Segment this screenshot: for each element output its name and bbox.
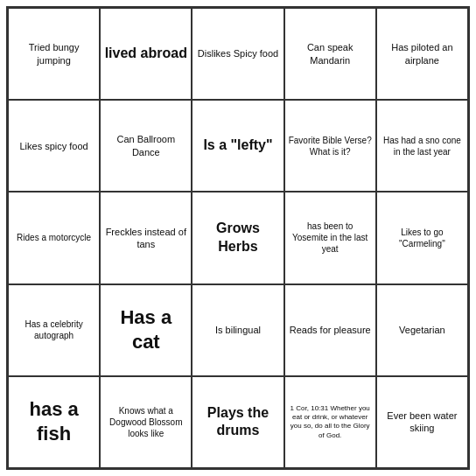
bingo-cell-r4c4: Ever been water skiing (376, 376, 468, 468)
bingo-board: Tried bungy jumpinglived abroadDislikes … (6, 6, 470, 470)
cell-text-r2c2: Grows Herbs (196, 220, 279, 256)
bingo-cell-r3c3: Reads for pleasure (284, 284, 376, 376)
bingo-cell-r2c2: Grows Herbs (192, 192, 284, 284)
cell-text-r2c4: Likes to go "Carmeling" (381, 227, 464, 249)
bingo-cell-r4c1: Knows what a Dogwood Blossom looks like (100, 376, 192, 468)
bingo-cell-r1c3: Favorite Bible Verse? What is it? (284, 100, 376, 192)
cell-text-r1c4: Has had a sno cone in the last year (381, 135, 464, 158)
cell-text-r3c4: Vegetarian (399, 324, 445, 336)
bingo-cell-r3c1: Has a cat (100, 284, 192, 376)
cell-text-r1c2: Is a "lefty" (203, 136, 272, 155)
cell-text-r2c0: Rides a motorcycle (17, 232, 91, 243)
cell-text-r4c3: 1 Cor, 10:31 Whether you eat or drink, o… (289, 404, 372, 441)
cell-text-r0c3: Can speak Mandarin (289, 41, 372, 66)
bingo-cell-r4c2: Plays the drums (192, 376, 284, 468)
bingo-cell-r3c2: Is bilingual (192, 284, 284, 376)
cell-text-r1c1: Can Ballroom Dance (104, 133, 187, 158)
bingo-cell-r1c1: Can Ballroom Dance (100, 100, 192, 192)
bingo-cell-r4c0: has a fish (8, 376, 100, 468)
cell-text-r4c2: Plays the drums (196, 404, 279, 441)
cell-text-r0c2: Dislikes Spicy food (198, 47, 278, 60)
cell-text-r3c0: Has a celebrity autograph (12, 318, 95, 341)
bingo-cell-r0c3: Can speak Mandarin (284, 8, 376, 100)
cell-text-r3c1: Has a cat (104, 305, 187, 355)
bingo-cell-r4c3: 1 Cor, 10:31 Whether you eat or drink, o… (284, 376, 376, 468)
bingo-cell-r0c1: lived abroad (100, 8, 192, 100)
bingo-cell-r3c0: Has a celebrity autograph (8, 284, 100, 376)
bingo-cell-r0c2: Dislikes Spicy food (192, 8, 284, 100)
bingo-cell-r1c0: Likes spicy food (8, 100, 100, 192)
cell-text-r2c3: has been to Yosemite in the last yeat (289, 220, 372, 255)
bingo-cell-r2c1: Freckles instead of tans (100, 192, 192, 284)
bingo-cell-r1c2: Is a "lefty" (192, 100, 284, 192)
cell-text-r2c1: Freckles instead of tans (104, 226, 187, 251)
cell-text-r3c2: Is bilingual (215, 324, 261, 336)
bingo-cell-r0c4: Has piloted an airplane (376, 8, 468, 100)
cell-text-r3c3: Reads for pleasure (290, 324, 371, 336)
cell-text-r0c4: Has piloted an airplane (381, 41, 464, 66)
bingo-cell-r2c0: Rides a motorcycle (8, 192, 100, 284)
cell-text-r4c1: Knows what a Dogwood Blossom looks like (104, 405, 187, 439)
cell-text-r1c3: Favorite Bible Verse? What is it? (289, 135, 372, 158)
cell-text-r4c0: has a fish (12, 397, 95, 447)
bingo-cell-r0c0: Tried bungy jumping (8, 8, 100, 100)
bingo-cell-r2c3: has been to Yosemite in the last yeat (284, 192, 376, 284)
bingo-cell-r1c4: Has had a sno cone in the last year (376, 100, 468, 192)
cell-text-r4c4: Ever been water skiing (381, 410, 464, 435)
bingo-cell-r2c4: Likes to go "Carmeling" (376, 192, 468, 284)
cell-text-r0c0: Tried bungy jumping (12, 41, 95, 66)
cell-text-r1c0: Likes spicy food (19, 140, 88, 152)
cell-text-r0c1: lived abroad (105, 45, 187, 63)
bingo-cell-r3c4: Vegetarian (376, 284, 468, 376)
